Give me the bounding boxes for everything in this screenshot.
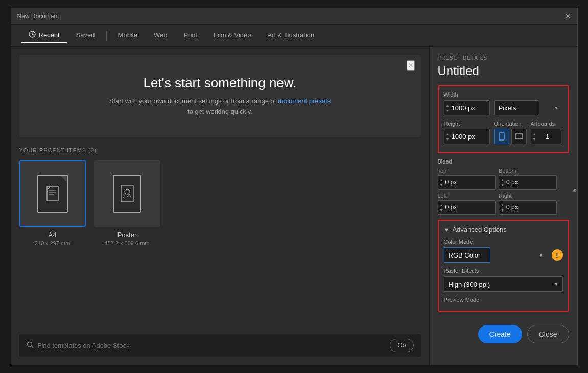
svg-point-8 <box>125 189 130 194</box>
tab-print[interactable]: Print <box>176 28 204 43</box>
tab-art[interactable]: Art & Illustration <box>261 28 322 43</box>
svg-rect-11 <box>499 133 504 140</box>
advanced-header[interactable]: ▼ Advanced Options <box>444 226 563 234</box>
bleed-top-down[interactable]: ▼ <box>439 183 444 188</box>
title-bar: New Document ✕ <box>11 8 577 25</box>
color-select-wrapper: RGB Color CMYK Color Grayscale <box>444 247 548 263</box>
portrait-button[interactable] <box>494 129 509 144</box>
artboards-group: Artboards ▲ ▼ <box>531 121 561 144</box>
warning-icon: ! <box>552 249 563 261</box>
landscape-button[interactable] <box>511 129 527 144</box>
search-input[interactable] <box>38 342 386 349</box>
bleed-bottom-input-wrapper: ▲ ▼ <box>499 175 557 190</box>
preset-label: PRESET DETAILS <box>438 55 569 61</box>
artboards-up-arrow[interactable]: ▲ <box>532 132 537 136</box>
recent-item-poster-name: Poster <box>117 231 137 239</box>
tab-mobile[interactable]: Mobile <box>111 28 145 43</box>
bleed-right-input[interactable] <box>499 200 557 215</box>
artboards-down-arrow[interactable]: ▼ <box>532 137 537 142</box>
hero-link[interactable]: document presets <box>278 97 331 105</box>
width-down-arrow[interactable]: ▼ <box>445 108 451 113</box>
tab-saved-label: Saved <box>76 31 95 39</box>
height-down-arrow[interactable]: ▼ <box>445 137 451 142</box>
tab-art-label: Art & Illustration <box>268 31 315 39</box>
color-mode-select[interactable]: RGB Color CMYK Color Grayscale <box>444 247 490 263</box>
dialog-title: New Document <box>17 13 59 20</box>
bleed-left-up[interactable]: ▲ <box>439 203 444 207</box>
bleed-left-down[interactable]: ▼ <box>439 208 444 213</box>
hero-subtitle: Start with your own document settings or… <box>109 96 331 118</box>
bleed-top-field: Top ▲ ▼ <box>438 168 496 190</box>
orientation-label: Orientation <box>494 121 527 127</box>
bleed-left-input[interactable] <box>438 200 496 215</box>
width-up-arrow[interactable]: ▲ <box>445 103 451 108</box>
bleed-grid: Top ▲ ▼ Bottom <box>438 168 557 215</box>
svg-line-2 <box>32 34 34 35</box>
recent-item-poster-thumb <box>94 160 160 227</box>
poster-preview-icon <box>113 175 141 213</box>
orientation-group: Orientation <box>494 121 527 144</box>
hero-section: ✕ Let's start something new. Start with … <box>19 55 421 137</box>
tab-saved[interactable]: Saved <box>69 28 102 43</box>
recent-item-a4[interactable]: A4 210 x 297 mm <box>19 160 86 246</box>
svg-point-9 <box>27 342 32 346</box>
bleed-top-input[interactable] <box>438 175 496 190</box>
tab-web[interactable]: Web <box>147 28 175 43</box>
main-body: ✕ Let's start something new. Start with … <box>11 47 577 365</box>
artboards-stepper: ▲ ▼ <box>532 129 537 144</box>
search-go-button[interactable]: Go <box>390 339 413 352</box>
page-fold <box>61 176 67 182</box>
height-input-wrapper: ▲ ▼ <box>444 129 490 144</box>
tab-recent[interactable]: Recent <box>21 28 67 43</box>
width-input-wrapper: ▲ ▼ <box>444 100 490 115</box>
h-o-a-row: Height ▲ ▼ Orientation <box>444 121 563 144</box>
close-button[interactable]: Close <box>527 325 569 343</box>
new-document-dialog: New Document ✕ Recent Saved Mobile Web P… <box>11 8 578 365</box>
bleed-bottom-label: Bottom <box>499 168 557 174</box>
recent-item-poster[interactable]: Poster 457.2 x 609.6 mm <box>94 160 160 246</box>
unit-select-wrapper: Pixels Inches Centimeters Millimeters <box>494 100 563 115</box>
hero-close-button[interactable]: ✕ <box>407 60 415 71</box>
link-bleed-icon[interactable] <box>571 187 577 196</box>
raster-effects-select[interactable]: High (300 ppi) Medium (150 ppi) Low (72 … <box>444 276 563 292</box>
width-label: Width <box>444 91 563 98</box>
bleed-bottom-stepper: ▲ ▼ <box>500 175 505 190</box>
color-mode-label: Color Mode <box>444 239 563 245</box>
footer-buttons: Create Close <box>438 320 569 343</box>
bleed-bottom-up[interactable]: ▲ <box>500 178 505 182</box>
bleed-bottom-input[interactable] <box>499 175 557 190</box>
bleed-top-up[interactable]: ▲ <box>439 178 444 182</box>
tab-print-label: Print <box>183 31 197 39</box>
bleed-wrapper: Top ▲ ▼ Bottom <box>438 168 569 215</box>
bleed-top-stepper: ▲ ▼ <box>439 175 444 190</box>
chevron-down-icon: ▼ <box>444 227 450 233</box>
height-up-arrow[interactable]: ▲ <box>445 132 451 136</box>
unit-select[interactable]: Pixels Inches Centimeters Millimeters <box>494 100 539 115</box>
create-button[interactable]: Create <box>478 325 522 343</box>
bleed-label: Bleed <box>438 158 569 165</box>
tab-film-label: Film & Video <box>214 31 251 39</box>
color-mode-row: RGB Color CMYK Color Grayscale ! <box>444 247 563 263</box>
bleed-right-up[interactable]: ▲ <box>500 203 505 207</box>
width-input[interactable] <box>444 100 490 115</box>
preview-mode-label: Preview Mode <box>444 297 563 303</box>
recent-section: YOUR RECENT ITEMS (2) <box>11 145 429 326</box>
tab-mobile-label: Mobile <box>118 31 137 39</box>
artboards-label: Artboards <box>531 121 561 127</box>
bleed-right-down[interactable]: ▼ <box>500 208 505 213</box>
right-panel: PRESET DETAILS Untitled Width ▲ ▼ <box>429 47 577 365</box>
tab-film[interactable]: Film & Video <box>206 28 258 43</box>
svg-rect-7 <box>121 185 133 202</box>
recent-header: YOUR RECENT ITEMS (2) <box>19 147 421 153</box>
bleed-top-input-wrapper: ▲ ▼ <box>438 175 496 190</box>
bleed-left-field: Left ▲ ▼ <box>438 193 496 215</box>
height-input[interactable] <box>444 129 490 144</box>
height-group: Height ▲ ▼ <box>444 121 490 144</box>
raster-select-wrapper: High (300 ppi) Medium (150 ppi) Low (72 … <box>444 276 563 292</box>
recent-item-a4-name: A4 <box>49 231 57 239</box>
dialog-close-button[interactable]: ✕ <box>565 13 571 20</box>
svg-rect-12 <box>515 134 523 139</box>
width-row: ▲ ▼ Pixels Inches Centimeters Millimeter… <box>444 100 563 115</box>
bleed-bottom-down[interactable]: ▼ <box>500 183 505 188</box>
raster-label: Raster Effects <box>444 268 563 274</box>
